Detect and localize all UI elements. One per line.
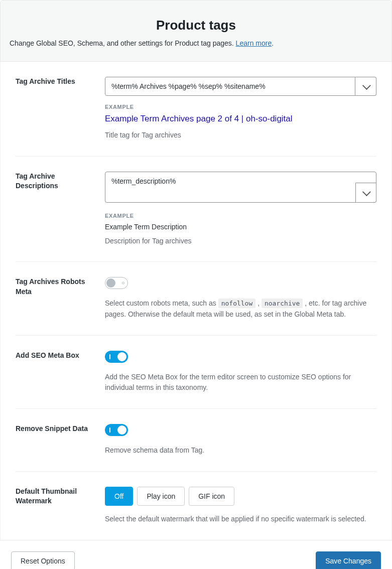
field-label: Remove Snippet Data [16,424,105,456]
footer-actions: Reset Options Save Changes [0,540,392,570]
variable-dropdown-button[interactable] [355,77,376,96]
remove-snippet-toggle[interactable] [105,424,128,436]
page-subtitle: Change Global SEO, Schema, and other set… [10,39,382,47]
field-help: Title tag for Tag archives [105,130,376,141]
chevron-down-icon [362,188,371,196]
watermark-option-play-icon[interactable]: Play icon [137,487,185,506]
field-help: Remove schema data from Tag. [105,445,376,456]
watermark-option-off[interactable]: Off [105,487,133,506]
code-nofollow: nofollow [218,299,256,308]
row-thumbnail-watermark: Default Thumbnail Watermark Off Play ico… [16,472,376,540]
page-header: Product tags Change Global SEO, Schema, … [0,0,392,62]
example-label: EXAMPLE [105,213,376,219]
reset-options-button[interactable]: Reset Options [11,551,75,570]
robots-meta-toggle[interactable] [105,277,128,289]
page-title: Product tags [10,18,382,33]
watermark-option-gif-icon[interactable]: GIF icon [189,487,234,506]
seo-meta-box-toggle[interactable] [105,351,128,363]
settings-form: Tag Archive Titles EXAMPLE Example Term … [0,62,392,540]
row-seo-meta-box: Add SEO Meta Box Add the SEO Meta Box fo… [16,336,376,409]
save-changes-button[interactable]: Save Changes [316,551,381,570]
example-preview-title: Example Term Archives page 2 of 4 | oh-s… [105,114,376,124]
field-help: Select the default watermark that will b… [105,514,376,525]
variable-dropdown-button[interactable] [355,183,376,203]
row-tag-archive-descriptions: Tag Archive Descriptions EXAMPLE Example… [16,157,376,262]
example-label: EXAMPLE [105,104,376,110]
chevron-down-icon [362,81,370,90]
tag-archive-title-input[interactable] [105,77,355,96]
row-tag-archive-titles: Tag Archive Titles EXAMPLE Example Term … [16,62,376,157]
field-label: Default Thumbnail Watermark [16,487,105,525]
field-help: Description for Tag archives [105,236,376,247]
watermark-segmented-control: Off Play icon GIF icon [105,487,376,506]
example-preview-description: Example Term Description [105,223,376,231]
learn-more-link[interactable]: Learn more [236,39,272,47]
field-label: Tag Archives Robots Meta [16,277,105,320]
field-help: Add the SEO Meta Box for the term editor… [105,372,376,393]
field-label: Add SEO Meta Box [16,351,105,393]
field-label: Tag Archive Titles [16,77,105,141]
row-robots-meta: Tag Archives Robots Meta Select custom r… [16,262,376,335]
tag-archive-description-input[interactable] [105,172,376,203]
row-remove-snippet: Remove Snippet Data Remove schema data f… [16,409,376,472]
field-label: Tag Archive Descriptions [16,172,105,247]
field-help: Select custom robots meta, such as nofol… [105,298,376,320]
code-noarchive: noarchive [262,299,303,308]
